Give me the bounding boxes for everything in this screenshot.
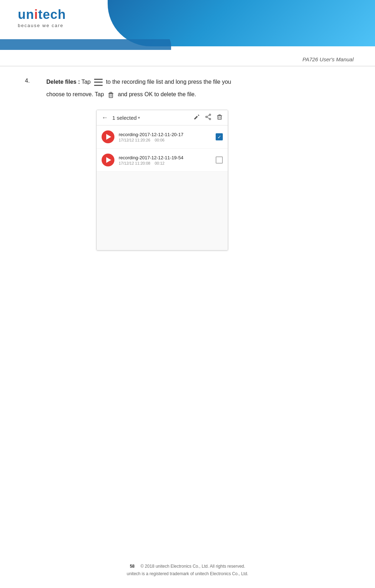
svg-rect-12 (219, 115, 221, 116)
footer-copyright2: unitech is a registered trademark of uni… (0, 570, 375, 577)
recording-name-2: recording-2017-12-12-11-19-54 (119, 155, 211, 160)
checkbox-2[interactable] (216, 156, 223, 164)
manual-title: PA726 User's Manual (303, 56, 354, 62)
recording-item-2[interactable]: recording-2017-12-12-11-19-54 17/12/12 1… (97, 149, 228, 172)
svg-rect-0 (109, 94, 113, 98)
trash-icon (107, 91, 115, 99)
svg-line-9 (207, 117, 209, 119)
step-continuation: choose to remove. Tap and press OK to de… (46, 89, 350, 99)
back-button[interactable]: ← (102, 114, 108, 122)
step-content: Delete files : Tap to the recording file… (46, 77, 350, 87)
logo-dot: i (34, 7, 38, 22)
play-triangle-2 (106, 157, 111, 163)
recording-name-1: recording-2017-12-12-11-20-17 (119, 132, 211, 137)
action-bar: ← 1 selected ▾ (97, 110, 228, 125)
recording-meta-2: 17/12/12 11:20:08 00:12 (119, 161, 211, 165)
recording-info-2: recording-2017-12-12-11-19-54 17/12/12 1… (119, 155, 211, 165)
phone-screenshot: ← 1 selected ▾ (96, 110, 228, 251)
continuation-text2: and press OK to delete the file. (118, 91, 196, 97)
recording-item-1[interactable]: recording-2017-12-12-11-20-17 17/12/12 1… (97, 125, 228, 149)
recording-meta-1: 17/12/12 11:20:26 00:06 (119, 138, 211, 142)
action-bar-icons (194, 114, 223, 122)
recording-date-2: 17/12/12 11:20:08 (119, 161, 150, 165)
list-icon (94, 79, 103, 86)
play-button-2[interactable] (102, 154, 114, 166)
step-text-part1: Tap (81, 79, 92, 85)
checkbox-1[interactable] (216, 133, 223, 140)
recording-date-1: 17/12/12 11:20:26 (119, 138, 150, 142)
phone-empty-space (97, 172, 228, 250)
header-bottom-curve (0, 39, 375, 50)
svg-rect-10 (218, 116, 221, 119)
logo-area: unitech because we care (18, 7, 66, 28)
recording-info-1: recording-2017-12-12-11-20-17 17/12/12 1… (119, 132, 211, 142)
share-icon[interactable] (205, 114, 211, 122)
screenshot-wrapper: ← 1 selected ▾ (96, 110, 350, 251)
page-number: 58 (130, 564, 134, 569)
step-4-row: 4. Delete files : Tap to the recording f… (25, 77, 350, 87)
logo-unitech: unitech (18, 7, 66, 22)
play-triangle-1 (106, 134, 111, 140)
action-bar-title: 1 selected ▾ (112, 115, 189, 121)
play-button-1[interactable] (102, 130, 114, 143)
svg-point-6 (209, 118, 211, 120)
step-label: Delete files : (46, 79, 80, 85)
header: unitech because we care (0, 0, 375, 50)
logo-tagline: because we care (18, 23, 63, 28)
step-text-part2: to the recording file list and long pres… (106, 79, 231, 85)
continuation-text1: choose to remove. Tap (46, 91, 104, 97)
step-number: 4. (25, 77, 46, 84)
svg-point-7 (206, 116, 207, 118)
footer-copyright1: © 2018 unitech Electronics Co., Ltd. All… (140, 564, 245, 569)
footer-page-line: 58 © 2018 unitech Electronics Co., Ltd. … (0, 563, 375, 570)
delete-icon[interactable] (216, 114, 223, 122)
svg-point-5 (209, 114, 211, 115)
svg-line-8 (207, 115, 209, 117)
dropdown-arrow-icon[interactable]: ▾ (138, 115, 140, 120)
svg-rect-2 (110, 92, 112, 93)
edit-icon[interactable] (194, 114, 200, 122)
main-content: 4. Delete files : Tap to the recording f… (0, 77, 375, 251)
footer: 58 © 2018 unitech Electronics Co., Ltd. … (0, 563, 375, 577)
recording-duration-1: 00:06 (155, 138, 165, 142)
manual-title-bar: PA726 User's Manual (0, 50, 375, 66)
selected-count-text: 1 selected (112, 115, 137, 121)
recording-duration-2: 00:12 (155, 161, 165, 165)
